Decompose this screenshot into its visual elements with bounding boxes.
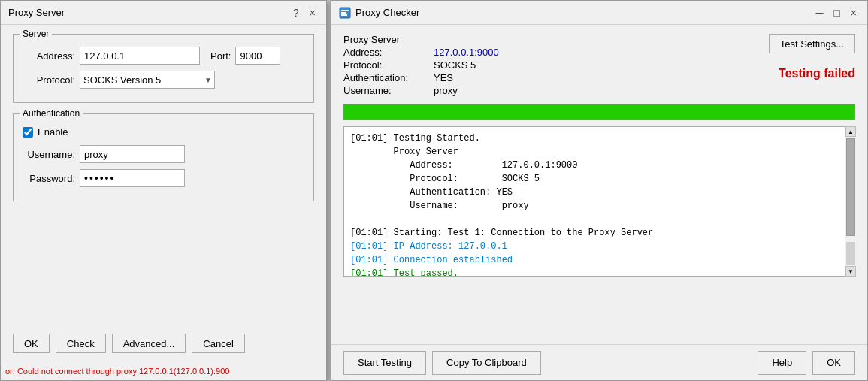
checker-auth-value: YES <box>434 72 499 83</box>
test-settings-button[interactable]: Test Settings... <box>769 34 855 53</box>
auth-group-title: Authentication <box>20 108 83 119</box>
proxy-checker-icon <box>339 7 351 19</box>
checker-footer: Start Testing Copy To Clipboard Help OK <box>331 344 867 380</box>
checker-address-value: 127.0.0.1:9000 <box>434 47 499 58</box>
progress-bar-container <box>343 104 855 120</box>
checker-footer-left: Start Testing Copy To Clipboard <box>343 351 541 375</box>
proxy-server-content: Server Address: Port: Protocol: SOCKS Ve… <box>1 25 326 221</box>
log-line: [01:01] Test passed. <box>350 267 841 277</box>
scroll-thumb[interactable] <box>846 138 855 236</box>
svg-rect-2 <box>341 12 346 14</box>
checker-title-left: Proxy Checker <box>339 7 419 19</box>
checker-titlebar-controls: ─ □ × <box>812 6 860 20</box>
checker-maximize-button[interactable]: □ <box>830 6 842 20</box>
proxy-server-window: Proxy Server ? × Server Address: Port: P… <box>0 0 327 381</box>
progress-bar-fill <box>344 104 854 119</box>
checker-protocol-label: Protocol: <box>343 59 434 71</box>
checker-close-button[interactable]: × <box>848 6 860 20</box>
port-label: Port: <box>210 50 231 62</box>
advanced-button[interactable]: Advanced... <box>112 334 186 353</box>
password-label: Password: <box>23 173 75 184</box>
log-line: [01:01] Testing Started. <box>350 132 841 145</box>
checker-footer-right: Help OK <box>758 351 855 375</box>
enable-row: Enable <box>23 126 304 138</box>
help-button[interactable]: ? <box>290 6 302 20</box>
scroll-bottom-area <box>846 242 855 265</box>
svg-rect-3 <box>341 14 347 16</box>
scroll-down-arrow[interactable]: ▼ <box>845 266 856 277</box>
log-line: Username: proxy <box>350 199 841 213</box>
checker-header: Proxy Server Address: 127.0.0.1:9000 Pro… <box>343 34 855 96</box>
checker-minimize-button[interactable]: ─ <box>812 6 826 20</box>
password-row: Password: <box>23 169 304 187</box>
enable-checkbox[interactable] <box>23 127 33 138</box>
checker-username-label: Username: <box>343 85 434 96</box>
proxy-server-titlebar: Proxy Server ? × <box>1 1 326 25</box>
copy-clipboard-button[interactable]: Copy To Clipboard <box>432 351 541 375</box>
proxy-server-footer: OK Check Advanced... Cancel <box>1 328 326 359</box>
address-label: Address: <box>23 50 75 62</box>
log-line <box>350 213 841 226</box>
status-bar: or: Could not connect through proxy 127.… <box>1 364 326 380</box>
server-group: Server Address: Port: Protocol: SOCKS Ve… <box>13 34 314 103</box>
scroll-up-arrow[interactable]: ▲ <box>845 126 856 137</box>
port-input[interactable] <box>235 47 280 65</box>
protocol-select-wrapper: SOCKS Version 5 SOCKS Version 4 HTTP ▼ <box>80 71 215 89</box>
titlebar-controls: ? × <box>290 6 319 20</box>
address-row: Address: Port: <box>23 47 304 65</box>
log-line: Proxy Server <box>350 145 841 159</box>
protocol-row: Protocol: SOCKS Version 5 SOCKS Version … <box>23 71 304 89</box>
log-line: Address: 127.0.0.1:9000 <box>350 159 841 172</box>
log-line: [01:01] Connection established <box>350 253 841 267</box>
log-container[interactable]: [01:01] Testing Started. Proxy Server Ad… <box>343 126 855 277</box>
log-wrapper: [01:01] Testing Started. Proxy Server Ad… <box>343 126 855 277</box>
check-button[interactable]: Check <box>56 334 106 353</box>
checker-help-button[interactable]: Help <box>758 351 806 375</box>
checker-ok-button[interactable]: OK <box>812 351 855 375</box>
checker-protocol-value: SOCKS 5 <box>434 59 499 71</box>
checker-username-value: proxy <box>434 85 499 96</box>
proxy-checker-window: Proxy Checker ─ □ × Proxy Server Address… <box>331 0 868 381</box>
start-testing-button[interactable]: Start Testing <box>343 351 426 375</box>
checker-titlebar: Proxy Checker ─ □ × <box>331 1 867 25</box>
cancel-button[interactable]: Cancel <box>192 334 244 353</box>
username-label: Username: <box>23 149 75 160</box>
auth-group: Authentication Enable Username: Password… <box>13 113 314 201</box>
log-scrollbar[interactable]: ▲ ▼ <box>845 126 855 277</box>
server-info-label: Proxy Server <box>343 34 434 45</box>
username-row: Username: <box>23 145 304 163</box>
ok-button[interactable]: OK <box>13 334 50 353</box>
server-group-title: Server <box>20 29 52 39</box>
protocol-label: Protocol: <box>23 74 75 86</box>
checker-title: Proxy Checker <box>355 7 419 18</box>
log-line: [01:01] Starting: Test 1: Connection to … <box>350 226 841 240</box>
log-line: [01:01] IP Address: 127.0.0.1 <box>350 240 841 253</box>
log-line: Authentication: YES <box>350 186 841 199</box>
address-input[interactable] <box>80 47 200 65</box>
enable-label: Enable <box>38 126 68 138</box>
server-info-value <box>434 34 499 45</box>
status-text: or: Could not connect through proxy 127.… <box>5 367 229 376</box>
checker-auth-label: Authentication: <box>343 72 434 83</box>
testing-failed-label: Testing failed <box>779 67 855 80</box>
checker-main-content: Proxy Server Address: 127.0.0.1:9000 Pro… <box>331 25 867 286</box>
proxy-server-title: Proxy Server <box>8 7 65 18</box>
username-input[interactable] <box>80 145 185 163</box>
proxy-info-grid: Proxy Server Address: 127.0.0.1:9000 Pro… <box>343 34 499 96</box>
svg-rect-1 <box>341 10 349 11</box>
close-button[interactable]: × <box>307 6 319 20</box>
protocol-select[interactable]: SOCKS Version 5 SOCKS Version 4 HTTP <box>80 71 215 89</box>
password-input[interactable] <box>80 169 185 187</box>
log-line: Protocol: SOCKS 5 <box>350 172 841 186</box>
checker-address-label: Address: <box>343 47 434 58</box>
